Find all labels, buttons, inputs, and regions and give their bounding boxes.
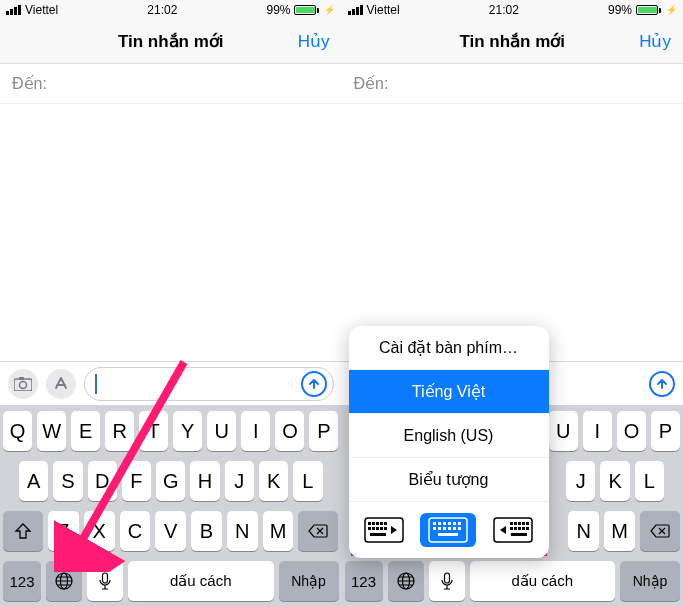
charging-icon: ⚡: [324, 5, 335, 15]
svg-rect-28: [458, 522, 461, 525]
message-input[interactable]: [84, 367, 334, 401]
backspace-key[interactable]: [640, 511, 680, 551]
backspace-key[interactable]: [298, 511, 338, 551]
key-i[interactable]: I: [241, 411, 270, 451]
recipient-row[interactable]: Đến:: [0, 64, 342, 104]
key-v[interactable]: V: [155, 511, 186, 551]
menu-lang-english[interactable]: English (US): [349, 414, 549, 458]
cancel-button[interactable]: Hủy: [639, 31, 671, 52]
svg-rect-34: [458, 527, 461, 530]
enter-key[interactable]: Nhập: [279, 561, 339, 601]
key-m[interactable]: M: [263, 511, 294, 551]
globe-key[interactable]: [46, 561, 82, 601]
key-f[interactable]: F: [122, 461, 151, 501]
numbers-key[interactable]: 123: [3, 561, 41, 601]
page-title: Tin nhắn mới: [118, 31, 224, 52]
send-button[interactable]: [301, 371, 327, 397]
key-o[interactable]: O: [617, 411, 646, 451]
key-a[interactable]: A: [19, 461, 48, 501]
svg-rect-16: [368, 527, 371, 530]
menu-keyboard-settings[interactable]: Cài đặt bàn phím…: [349, 326, 549, 370]
svg-rect-11: [368, 522, 371, 525]
svg-rect-14: [380, 522, 383, 525]
battery-icon: [636, 5, 661, 15]
key-u[interactable]: U: [549, 411, 578, 451]
space-key[interactable]: dấu cách: [470, 561, 616, 601]
message-area[interactable]: [0, 104, 342, 361]
key-u[interactable]: U: [207, 411, 236, 451]
svg-rect-44: [518, 527, 521, 530]
enter-key[interactable]: Nhập: [620, 561, 680, 601]
key-n[interactable]: N: [227, 511, 258, 551]
key-i[interactable]: I: [583, 411, 612, 451]
key-t[interactable]: T: [139, 411, 168, 451]
svg-rect-2: [19, 377, 24, 380]
message-input-collapsed[interactable]: [635, 367, 675, 401]
keyboard-layout-left-icon[interactable]: [364, 517, 404, 543]
key-p[interactable]: P: [651, 411, 680, 451]
to-label: Đến:: [354, 74, 389, 93]
key-row-3: Z X C V B N M: [3, 511, 339, 551]
svg-rect-13: [376, 522, 379, 525]
key-p[interactable]: P: [309, 411, 338, 451]
menu-emoji[interactable]: Biểu tượng: [349, 458, 549, 502]
key-y[interactable]: Y: [173, 411, 202, 451]
globe-key[interactable]: [388, 561, 424, 601]
key-s[interactable]: S: [53, 461, 82, 501]
svg-rect-15: [384, 522, 387, 525]
svg-rect-25: [443, 522, 446, 525]
svg-rect-46: [526, 527, 529, 530]
carrier: Viettel: [25, 3, 58, 17]
key-g[interactable]: G: [156, 461, 185, 501]
page-title: Tin nhắn mới: [459, 31, 565, 52]
mic-key[interactable]: [429, 561, 465, 601]
key-e[interactable]: E: [71, 411, 100, 451]
camera-icon[interactable]: [8, 369, 38, 399]
svg-rect-33: [453, 527, 456, 530]
key-x[interactable]: X: [84, 511, 115, 551]
svg-rect-47: [511, 533, 527, 536]
key-h[interactable]: H: [190, 461, 219, 501]
key-j[interactable]: J: [566, 461, 595, 501]
key-q[interactable]: Q: [3, 411, 32, 451]
svg-rect-45: [522, 527, 525, 530]
keyboard-layout-right-icon[interactable]: [493, 517, 533, 543]
recipient-row[interactable]: Đến:: [342, 64, 684, 104]
key-l[interactable]: L: [635, 461, 664, 501]
mic-key[interactable]: [87, 561, 123, 601]
cancel-button[interactable]: Hủy: [298, 31, 330, 52]
svg-rect-12: [372, 522, 375, 525]
key-d[interactable]: D: [88, 461, 117, 501]
key-l[interactable]: L: [293, 461, 322, 501]
key-m[interactable]: M: [604, 511, 635, 551]
signal-icon: [348, 5, 363, 15]
menu-lang-vietnamese[interactable]: Tiếng Việt: [349, 370, 549, 414]
numbers-key[interactable]: 123: [345, 561, 383, 601]
svg-rect-39: [518, 522, 521, 525]
battery-icon: [294, 5, 319, 15]
app-store-icon[interactable]: [46, 369, 76, 399]
keyboard-layout-full-icon[interactable]: [420, 513, 476, 547]
svg-rect-21: [370, 533, 386, 536]
input-bar: [0, 361, 342, 405]
carrier: Viettel: [367, 3, 400, 17]
key-c[interactable]: C: [120, 511, 151, 551]
svg-rect-9: [444, 573, 449, 583]
signal-icon: [6, 5, 21, 15]
key-w[interactable]: W: [37, 411, 66, 451]
key-o[interactable]: O: [275, 411, 304, 451]
keyboard-menu: Cài đặt bàn phím… Tiếng Việt English (US…: [349, 326, 549, 558]
battery-pct: 99%: [266, 3, 290, 17]
message-area[interactable]: [342, 104, 684, 361]
svg-rect-5: [103, 573, 108, 583]
shift-key[interactable]: [3, 511, 43, 551]
key-k[interactable]: K: [600, 461, 629, 501]
space-key[interactable]: dấu cách: [128, 561, 274, 601]
send-button[interactable]: [649, 371, 675, 397]
key-r[interactable]: R: [105, 411, 134, 451]
key-n[interactable]: N: [568, 511, 599, 551]
key-k[interactable]: K: [259, 461, 288, 501]
key-z[interactable]: Z: [48, 511, 79, 551]
key-b[interactable]: B: [191, 511, 222, 551]
key-j[interactable]: J: [225, 461, 254, 501]
